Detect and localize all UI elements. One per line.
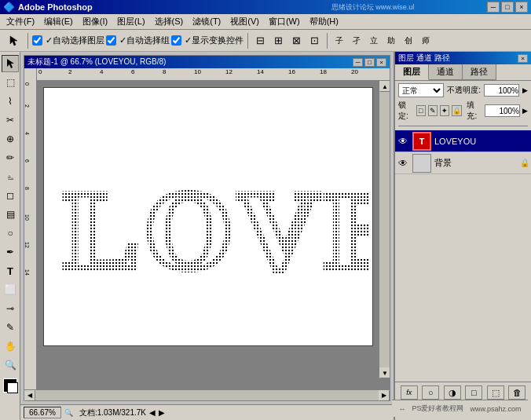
clone-tool[interactable]: ⎁ [2,168,19,185]
canvas-close-btn[interactable]: × [376,58,386,67]
ruler-mark: 20 [351,68,358,75]
zoom-tool[interactable]: 🔍 [2,356,19,374]
ruler-mark: 6 [131,68,134,75]
scroll-left-btn[interactable]: ◀ [24,390,35,401]
maximize-button[interactable]: □ [501,2,514,13]
canvas-titlebar: 未标题-1 @ 66.7% (LOVEYOU, RGB/8) ─ □ × [24,56,390,68]
move-tool-btn[interactable] [3,32,24,49]
dodge-tool[interactable]: ○ [2,225,19,242]
fill-arrow[interactable]: ▶ [522,107,528,115]
panel-close-btn[interactable]: × [518,54,528,63]
new-layer-btn[interactable]: ⬚ [487,385,504,400]
extra-btn-3[interactable]: 立 [366,32,382,49]
extra-btn-1[interactable]: 子 [331,32,347,49]
crop-tool[interactable]: ✂ [2,111,19,129]
notes-tool[interactable]: ✎ [2,319,19,336]
layer-controls: 正常 溶解 变暗 不透明度: ▶ 锁定: □ ✎ ✦ 🔒 填充: ▶ [395,81,531,130]
opacity-arrow[interactable]: ▶ [522,86,528,94]
lock-all-btn[interactable]: 🔒 [452,105,462,116]
menu-image[interactable]: 图像(I) [78,14,112,29]
auto-select-layer-label: ✓自动选择图层 [46,35,104,46]
app-title: Adobe Photoshop [18,2,93,12]
text-tool[interactable]: T [2,262,19,279]
vertical-scrollbar[interactable]: ▲ ▼ [379,81,390,378]
minimize-button[interactable]: ─ [487,2,500,13]
align-btn-3[interactable]: ⊠ [288,32,305,49]
eye-icon-1[interactable]: 👁 [397,135,409,148]
foreground-color[interactable] [3,378,17,393]
tab-channels[interactable]: 通道 [429,64,463,80]
new-adjustment-btn[interactable]: ◑ [444,385,461,400]
nav-left-icon[interactable]: ◀ [149,408,156,417]
gradient-tool[interactable]: ▤ [2,206,19,223]
extra-btn-2[interactable]: 孑 [349,32,364,49]
menu-bar: 文件(F) 编辑(E) 图像(I) 图层(L) 选择(S) 滤镜(T) 视图(V… [0,14,531,30]
background-color[interactable] [7,382,18,393]
brush-tool[interactable]: ✏ [2,149,19,166]
eyedropper-tool[interactable]: ⊸ [2,300,19,317]
move-cursor-icon [5,58,16,69]
ruler-mark: 10 [194,68,201,75]
menu-view[interactable]: 视图(V) [225,14,264,29]
menu-window[interactable]: 窗口(W) [264,14,305,29]
extra-btn-5[interactable]: 创 [401,32,416,49]
horizontal-scrollbar[interactable]: ◀ ▶ [24,389,390,400]
menu-edit[interactable]: 编辑(E) [39,14,78,29]
healing-tool[interactable]: ⊕ [2,130,19,148]
eye-icon-2[interactable]: 👁 [397,157,409,170]
align-btn-1[interactable]: ⊟ [252,32,269,49]
scroll-down-btn[interactable]: ▼ [379,367,390,378]
opacity-input[interactable] [484,84,519,97]
nav-right-icon[interactable]: ▶ [159,408,165,417]
ruler-corner [24,68,37,81]
ruler-mark: 4 [100,68,103,75]
extra-btn-6[interactable]: 师 [418,32,434,49]
menu-select[interactable]: 选择(S) [150,14,189,29]
eraser-tool[interactable]: ◻ [2,187,19,204]
layer-name-background: 背景 [434,157,517,169]
pen-tool[interactable]: ✒ [2,243,19,261]
align-btn-2[interactable]: ⊞ [270,32,287,49]
hand-tool[interactable]: ✋ [2,338,19,355]
new-group-btn[interactable]: □ [465,385,482,400]
show-transform-checkbox[interactable] [171,35,181,46]
blend-mode-select[interactable]: 正常 溶解 变暗 [398,83,444,97]
scroll-track-h[interactable] [35,390,379,400]
menu-file[interactable]: 文件(F) [2,14,39,29]
layer-item-loveyou[interactable]: 👁 T LOVEYOU [395,130,531,152]
lasso-tool[interactable]: ⌇ [2,93,19,110]
layer-mask-btn[interactable]: ○ [422,385,439,400]
menu-help[interactable]: 帮助(H) [305,14,343,29]
canvas-content: 0 2 4 6 8 10 12 14 16 18 20 [24,68,390,400]
tab-paths[interactable]: 路径 [463,64,496,80]
lock-transparent-btn[interactable]: □ [416,105,426,116]
fill-input[interactable] [485,104,520,117]
canvas-maximize-btn[interactable]: □ [364,58,375,67]
layer-style-btn[interactable]: fx [401,385,418,400]
layer-item-background[interactable]: 👁 背景 🔒 [395,152,531,174]
canvas-area: 未标题-1 @ 66.7% (LOVEYOU, RGB/8) ─ □ × 0 2… [20,52,394,420]
lock-paint-btn[interactable]: ✎ [428,105,438,116]
shape-tool[interactable]: ⬜ [2,281,19,298]
close-button[interactable]: × [515,2,528,13]
titlebar-left: 🔷 Adobe Photoshop 思绪设计论坛 www.wise.ul [3,2,414,13]
move-tool[interactable] [2,55,19,72]
canvas-minimize-btn[interactable]: ─ [353,58,363,67]
extra-btn-4[interactable]: 助 [383,32,399,49]
menu-layer[interactable]: 图层(L) [112,14,149,29]
delete-layer-btn[interactable]: 🗑 [508,385,526,400]
auto-select-group-checkbox[interactable] [106,35,116,46]
ruler-top: 0 2 4 6 8 10 12 14 16 18 20 [24,68,390,81]
lock-position-btn[interactable]: ✦ [440,105,449,116]
scroll-right-btn[interactable]: ▶ [379,390,390,401]
align-btn-4[interactable]: ⊡ [306,32,323,49]
scroll-track-v[interactable] [379,92,390,367]
svg-marker-0 [10,36,17,46]
auto-select-layer-checkbox[interactable] [32,35,42,46]
select-tool[interactable]: ⬚ [2,74,19,91]
canvas-scroll-area[interactable]: LOVEY ▲ ▼ [37,81,390,389]
ruler-top-scale: 0 2 4 6 8 10 12 14 16 18 20 [37,68,390,81]
scroll-up-btn[interactable]: ▲ [379,81,390,92]
menu-filter[interactable]: 滤镜(T) [188,14,225,29]
tab-layers[interactable]: 图层 [395,64,429,80]
